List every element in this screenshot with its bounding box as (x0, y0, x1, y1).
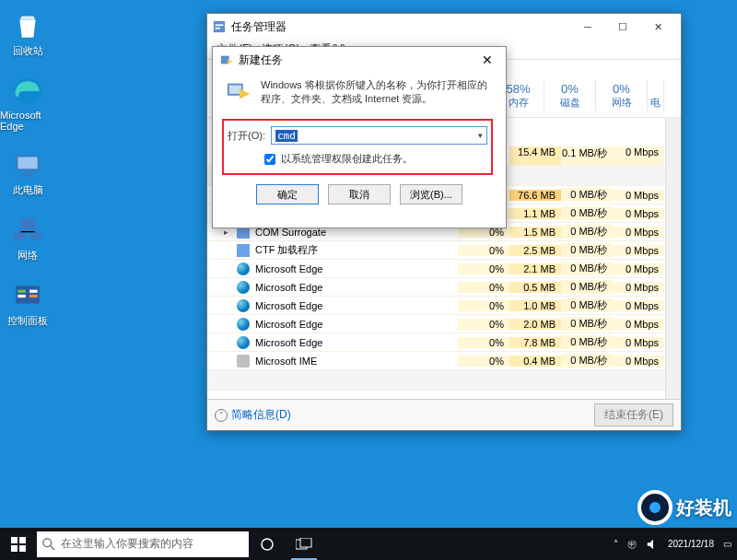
svg-rect-2 (18, 158, 37, 169)
svg-rect-7 (29, 232, 41, 240)
svg-rect-9 (18, 290, 26, 293)
process-name: Microsoft Edge (255, 263, 322, 274)
run-description: Windows 将根据你所键入的名称，为你打开相应的程序、文件夹、文档或 Int… (226, 78, 493, 106)
cancel-button[interactable]: 取消 (328, 184, 391, 204)
admin-checkbox[interactable] (264, 154, 275, 165)
dropdown-icon[interactable]: ▾ (478, 131, 483, 140)
svg-rect-20 (19, 537, 26, 543)
svg-rect-21 (11, 545, 18, 552)
recycle-bin-icon (11, 9, 44, 42)
tray-chevron-icon[interactable]: ˄ (614, 539, 618, 549)
svg-rect-22 (19, 545, 26, 552)
svg-rect-10 (18, 295, 26, 298)
ime-icon[interactable]: ㊥ (627, 538, 637, 551)
watermark-logo-icon (638, 490, 673, 525)
dialog-titlebar[interactable]: 新建任务 ✕ (213, 47, 506, 73)
taskview-button[interactable] (286, 528, 322, 560)
process-name: Microsoft Edge (255, 282, 322, 293)
process-icon (237, 262, 250, 275)
col-network[interactable]: 0%网络 (596, 80, 648, 111)
chevron-up-icon: ˄ (215, 409, 228, 422)
col-power[interactable]: 电 (648, 80, 664, 111)
taskbar: 在这里输入你要搜索的内容 ˄ ㊥ 2021/12/18 ▭ (0, 528, 737, 560)
process-row[interactable]: Microsoft Edge0%0.5 MB0 MB/秒0 Mbps (207, 278, 681, 297)
svg-rect-18 (229, 86, 241, 94)
process-row[interactable]: Microsoft IME0%0.4 MB0 MB/秒0 Mbps (207, 352, 681, 370)
minimize-button[interactable]: ─ (570, 16, 605, 38)
process-icon (237, 281, 250, 294)
run-dialog: 新建任务 ✕ Windows 将根据你所键入的名称，为你打开相应的程序、文件夹、… (212, 46, 507, 228)
open-input-value: cmd (275, 130, 298, 142)
process-name: Microsoft IME (255, 356, 317, 367)
task-manager-footer: ˄ 简略信息(D) 结束任务(E) (207, 399, 681, 430)
col-disk[interactable]: 0%磁盘 (544, 80, 596, 111)
maximize-button[interactable]: ☐ (605, 16, 640, 38)
open-label: 打开(O): (228, 129, 265, 143)
desktop-icon-recycle-bin[interactable]: 回收站 (0, 9, 55, 58)
desktop-icon-label: Microsoft Edge (0, 110, 55, 132)
desktop-icon-label: 此电脑 (13, 183, 43, 197)
notification-icon[interactable]: ▭ (723, 539, 731, 549)
open-input[interactable]: cmd ▾ (271, 126, 487, 145)
process-row[interactable]: CTF 加载程序0%2.5 MB0 MB/秒0 Mbps (207, 241, 681, 260)
svg-rect-5 (20, 218, 36, 228)
cortana-button[interactable] (249, 528, 286, 560)
svg-rect-11 (29, 290, 38, 293)
end-task-button[interactable]: 结束任务(E) (594, 403, 673, 426)
desktop-icon-edge[interactable]: Microsoft Edge (0, 75, 55, 132)
taskview-icon (296, 538, 312, 551)
admin-checkbox-label: 以系统管理权限创建此任务。 (281, 152, 413, 166)
search-placeholder: 在这里输入你要搜索的内容 (61, 536, 193, 552)
desktop-icon-control-panel[interactable]: 控制面板 (0, 279, 55, 328)
run-icon (220, 53, 233, 66)
process-icon (237, 355, 250, 368)
desktop-icon-network[interactable]: 网络 (0, 214, 55, 262)
process-name: CTF 加载程序 (255, 243, 318, 257)
svg-rect-13 (214, 21, 225, 32)
desktop-icon-this-pc[interactable]: 此电脑 (0, 148, 55, 197)
process-name: Microsoft Edge (255, 337, 322, 348)
process-row[interactable]: Microsoft Edge0%2.0 MB0 MB/秒0 Mbps (207, 315, 681, 333)
svg-rect-12 (29, 295, 38, 298)
browse-button[interactable]: 浏览(B)... (400, 184, 462, 204)
close-button[interactable]: ✕ (476, 52, 498, 67)
process-name: Microsoft Edge (255, 319, 322, 330)
process-icon (237, 299, 250, 312)
svg-rect-3 (24, 173, 32, 175)
process-name: Microsoft Edge (255, 300, 322, 311)
desktop-icons: 回收站 Microsoft Edge 此电脑 网络 控制面板 (0, 9, 55, 344)
svg-point-23 (43, 538, 52, 546)
close-button[interactable]: ✕ (640, 16, 675, 38)
taskbar-clock[interactable]: 2021/12/18 (668, 539, 714, 550)
process-row[interactable]: Microsoft Edge0%7.8 MB0 MB/秒0 Mbps (207, 333, 681, 352)
column-headers: 58%内存 0%磁盘 0%网络 电 (493, 80, 664, 111)
run-dialog-icon (226, 78, 253, 106)
cortana-icon (260, 537, 275, 552)
svg-point-25 (262, 539, 273, 550)
admin-checkbox-row[interactable]: 以系统管理权限创建此任务。 (264, 152, 487, 166)
expand-icon[interactable]: ▸ (224, 228, 231, 237)
volume-icon[interactable] (646, 538, 659, 551)
process-icon (237, 318, 250, 331)
search-icon (42, 538, 55, 551)
svg-line-24 (51, 545, 54, 549)
process-row[interactable]: Microsoft Edge0%1.0 MB0 MB/秒0 Mbps (207, 297, 681, 315)
dialog-title: 新建任务 (239, 52, 283, 68)
process-row[interactable]: Microsoft Edge0%2.1 MB0 MB/秒0 Mbps (207, 260, 681, 278)
fewer-details-button[interactable]: ˄ 简略信息(D) (215, 407, 291, 423)
desktop-icon-label: 控制面板 (7, 314, 48, 328)
svg-rect-6 (14, 232, 26, 240)
control-panel-icon (11, 279, 44, 312)
ok-button[interactable]: 确定 (256, 184, 319, 204)
window-titlebar[interactable]: 任务管理器 ─ ☐ ✕ (207, 14, 681, 40)
taskbar-search-input[interactable]: 在这里输入你要搜索的内容 (37, 531, 249, 557)
computer-icon (11, 148, 44, 181)
svg-rect-27 (300, 538, 311, 547)
taskmgr-icon (213, 20, 226, 33)
process-icon (237, 244, 250, 257)
scrollbar[interactable] (665, 118, 681, 399)
svg-rect-4 (22, 175, 34, 177)
desktop-icon-label: 网络 (18, 249, 38, 262)
start-button[interactable] (0, 528, 37, 560)
group-header (207, 370, 681, 391)
